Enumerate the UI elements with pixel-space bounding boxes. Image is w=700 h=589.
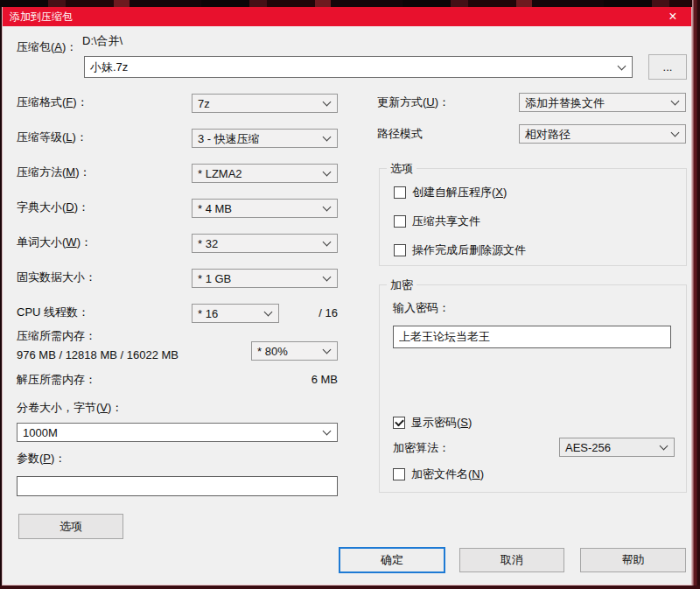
checkbox-shared-files-label: 压缩共享文件 <box>412 214 480 229</box>
memory-percent-value: * 80% <box>257 345 288 358</box>
update-mode-label: 更新方式(U)： <box>377 95 450 109</box>
checkbox-icon[interactable] <box>393 468 405 480</box>
dictionary-select[interactable]: * 4 MB <box>192 199 338 218</box>
chevron-down-icon <box>323 98 332 107</box>
checkbox-delete-after[interactable]: 操作完成后删除源文件 <box>394 242 526 258</box>
memory-compress-label: 压缩所需内存： <box>17 329 96 343</box>
memory-percent-select[interactable]: * 80% <box>251 341 338 361</box>
solid-block-value: * 1 GB <box>198 272 231 285</box>
volume-label: 分卷大小，字节(V)： <box>17 401 122 415</box>
cpu-threads-select[interactable]: * 16 <box>192 304 279 323</box>
archive-name-combobox[interactable]: 小妹.7z <box>84 56 633 78</box>
checkbox-icon[interactable] <box>393 417 405 429</box>
archive-label: 压缩包(A)： <box>17 40 77 54</box>
word-size-select[interactable]: * 32 <box>192 234 338 253</box>
method-value: * LZMA2 <box>198 167 242 180</box>
chevron-down-icon <box>323 133 332 142</box>
chevron-down-icon <box>671 129 680 137</box>
encryption-method-value: AES-256 <box>565 441 611 454</box>
memory-compress-detail: 976 MB / 12818 MB / 16022 MB <box>17 348 178 362</box>
chevron-down-icon <box>660 442 668 451</box>
password-label: 输入密码： <box>393 301 450 315</box>
checkbox-icon[interactable] <box>394 186 406 199</box>
chevron-down-icon <box>323 346 332 354</box>
chevron-down-icon <box>671 97 680 106</box>
desktop-background-right <box>692 0 700 589</box>
cpu-threads-value: * 16 <box>198 307 218 320</box>
path-mode-value: 相对路径 <box>525 128 570 141</box>
browse-button[interactable]: ... <box>648 54 687 80</box>
encryption-method-label: 加密算法： <box>393 441 450 455</box>
cpu-threads-max: / 16 <box>309 306 338 320</box>
checkbox-encrypt-names[interactable]: 加密文件名(N) <box>393 466 484 482</box>
dictionary-label: 字典大小(D)： <box>17 200 89 214</box>
chevron-down-icon <box>323 273 332 282</box>
checkbox-shared-files[interactable]: 压缩共享文件 <box>394 214 480 229</box>
solid-block-label: 固实数据大小： <box>17 270 96 284</box>
word-size-label: 单词大小(W)： <box>17 235 92 249</box>
update-mode-select[interactable]: 添加并替换文件 <box>519 93 686 112</box>
checkbox-show-password-label: 显示密码(S) <box>411 415 472 431</box>
memory-decompress-value: 6 MB <box>300 373 338 387</box>
checkbox-show-password[interactable]: 显示密码(S) <box>393 415 472 431</box>
method-select[interactable]: * LZMA2 <box>192 164 338 183</box>
encryption-group: 加密 输入密码： 显示密码(S) 加密算法： AES-256 加密文件名(N) <box>379 284 687 493</box>
chevron-down-icon <box>264 308 273 317</box>
path-mode-select[interactable]: 相对路径 <box>519 124 686 144</box>
checkbox-delete-after-label: 操作完成后删除源文件 <box>412 242 526 258</box>
parameters-input[interactable] <box>17 476 338 496</box>
options-group: 选项 创建自解压程序(X) 压缩共享文件 操作完成后删除源文件 <box>379 168 687 266</box>
method-label: 压缩方法(M)： <box>17 165 91 179</box>
archive-name-value: 小妹.7z <box>90 60 128 74</box>
encryption-group-title: 加密 <box>387 277 416 293</box>
checkbox-encrypt-names-label: 加密文件名(N) <box>411 466 484 482</box>
titlebar[interactable]: 添加到压缩包 × <box>3 7 691 26</box>
checkbox-create-sfx-label: 创建自解压程序(X) <box>412 185 507 200</box>
word-size-value: * 32 <box>198 237 218 250</box>
format-select[interactable]: 7z <box>192 94 338 113</box>
chevron-down-icon <box>323 238 332 247</box>
options-button[interactable]: 选项 <box>18 514 123 539</box>
close-icon[interactable]: × <box>654 7 691 26</box>
checkbox-icon[interactable] <box>394 244 406 256</box>
checkbox-icon[interactable] <box>394 215 406 228</box>
memory-decompress-label: 解压所需内存： <box>17 373 96 387</box>
chevron-down-icon <box>323 203 332 212</box>
desktop-background-bottom <box>0 585 700 589</box>
options-group-title: 选项 <box>387 161 416 177</box>
add-to-archive-dialog: 添加到压缩包 × 压缩包(A)： D:\合并\ 小妹.7z ... 压缩格式(F… <box>2 7 692 585</box>
password-input[interactable] <box>393 326 671 348</box>
cancel-button[interactable]: 取消 <box>459 548 564 572</box>
format-value: 7z <box>198 97 210 110</box>
chevron-down-icon <box>618 61 626 70</box>
path-mode-label: 路径模式 <box>377 127 423 141</box>
volume-value: 1000M <box>23 426 58 439</box>
window-title: 添加到压缩包 <box>10 7 73 26</box>
level-value: 3 - 快速压缩 <box>198 132 260 145</box>
solid-block-select[interactable]: * 1 GB <box>192 269 338 288</box>
help-button[interactable]: 帮助 <box>580 548 686 572</box>
cpu-threads-label: CPU 线程数： <box>17 305 89 319</box>
update-mode-value: 添加并替换文件 <box>525 96 605 109</box>
chevron-down-icon <box>323 168 332 177</box>
desktop-background-top <box>0 0 700 7</box>
level-label: 压缩等级(L)： <box>17 130 88 144</box>
level-select[interactable]: 3 - 快速压缩 <box>192 129 338 148</box>
archive-path: D:\合并\ <box>82 34 122 48</box>
dictionary-value: * 4 MB <box>198 202 232 215</box>
chevron-down-icon <box>323 427 332 436</box>
encryption-method-select[interactable]: AES-256 <box>559 438 675 457</box>
ok-button[interactable]: 确定 <box>339 547 445 573</box>
volume-combobox[interactable]: 1000M <box>17 423 338 442</box>
format-label: 压缩格式(F)： <box>17 95 88 109</box>
parameters-label: 参数(P)： <box>17 452 66 466</box>
checkbox-create-sfx[interactable]: 创建自解压程序(X) <box>394 185 507 200</box>
